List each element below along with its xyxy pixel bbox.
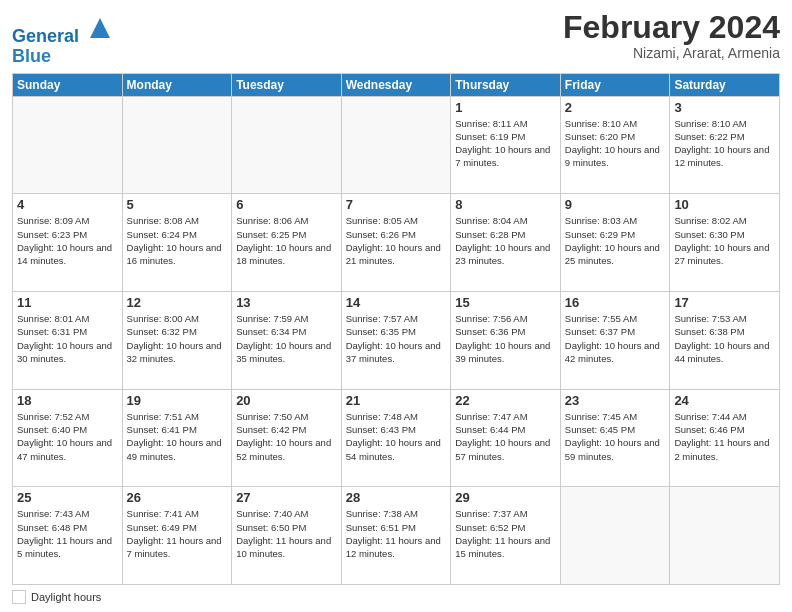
calendar-day: 14Sunrise: 7:57 AM Sunset: 6:35 PM Dayli…: [341, 291, 451, 389]
day-number: 24: [674, 393, 775, 408]
day-number: 17: [674, 295, 775, 310]
calendar-day: [232, 96, 342, 194]
calendar-header-tuesday: Tuesday: [232, 73, 342, 96]
day-number: 6: [236, 197, 337, 212]
calendar-day: 23Sunrise: 7:45 AM Sunset: 6:45 PM Dayli…: [560, 389, 670, 487]
calendar-week-3: 18Sunrise: 7:52 AM Sunset: 6:40 PM Dayli…: [13, 389, 780, 487]
day-info: Sunrise: 7:51 AM Sunset: 6:41 PM Dayligh…: [127, 410, 228, 463]
day-info: Sunrise: 8:05 AM Sunset: 6:26 PM Dayligh…: [346, 214, 447, 267]
logo-text: General: [12, 14, 114, 47]
day-number: 8: [455, 197, 556, 212]
day-info: Sunrise: 7:53 AM Sunset: 6:38 PM Dayligh…: [674, 312, 775, 365]
calendar-day: 5Sunrise: 8:08 AM Sunset: 6:24 PM Daylig…: [122, 194, 232, 292]
day-number: 13: [236, 295, 337, 310]
calendar-day: 8Sunrise: 8:04 AM Sunset: 6:28 PM Daylig…: [451, 194, 561, 292]
day-number: 2: [565, 100, 666, 115]
calendar-day: 20Sunrise: 7:50 AM Sunset: 6:42 PM Dayli…: [232, 389, 342, 487]
calendar-day: 27Sunrise: 7:40 AM Sunset: 6:50 PM Dayli…: [232, 487, 342, 585]
day-number: 22: [455, 393, 556, 408]
day-info: Sunrise: 7:59 AM Sunset: 6:34 PM Dayligh…: [236, 312, 337, 365]
calendar-day: 28Sunrise: 7:38 AM Sunset: 6:51 PM Dayli…: [341, 487, 451, 585]
day-number: 4: [17, 197, 118, 212]
day-info: Sunrise: 7:38 AM Sunset: 6:51 PM Dayligh…: [346, 507, 447, 560]
calendar-day: [122, 96, 232, 194]
day-info: Sunrise: 7:44 AM Sunset: 6:46 PM Dayligh…: [674, 410, 775, 463]
day-info: Sunrise: 8:11 AM Sunset: 6:19 PM Dayligh…: [455, 117, 556, 170]
day-number: 5: [127, 197, 228, 212]
day-info: Sunrise: 7:45 AM Sunset: 6:45 PM Dayligh…: [565, 410, 666, 463]
calendar-header-thursday: Thursday: [451, 73, 561, 96]
day-number: 20: [236, 393, 337, 408]
day-info: Sunrise: 7:50 AM Sunset: 6:42 PM Dayligh…: [236, 410, 337, 463]
calendar-week-4: 25Sunrise: 7:43 AM Sunset: 6:48 PM Dayli…: [13, 487, 780, 585]
day-number: 15: [455, 295, 556, 310]
calendar-day: 17Sunrise: 7:53 AM Sunset: 6:38 PM Dayli…: [670, 291, 780, 389]
day-info: Sunrise: 7:55 AM Sunset: 6:37 PM Dayligh…: [565, 312, 666, 365]
calendar-header-sunday: Sunday: [13, 73, 123, 96]
day-info: Sunrise: 8:00 AM Sunset: 6:32 PM Dayligh…: [127, 312, 228, 365]
day-number: 10: [674, 197, 775, 212]
calendar-header-friday: Friday: [560, 73, 670, 96]
calendar-day: 16Sunrise: 7:55 AM Sunset: 6:37 PM Dayli…: [560, 291, 670, 389]
calendar-week-1: 4Sunrise: 8:09 AM Sunset: 6:23 PM Daylig…: [13, 194, 780, 292]
calendar-day: 7Sunrise: 8:05 AM Sunset: 6:26 PM Daylig…: [341, 194, 451, 292]
calendar-day: 6Sunrise: 8:06 AM Sunset: 6:25 PM Daylig…: [232, 194, 342, 292]
calendar-header-monday: Monday: [122, 73, 232, 96]
day-info: Sunrise: 8:04 AM Sunset: 6:28 PM Dayligh…: [455, 214, 556, 267]
footer: Daylight hours: [12, 590, 780, 604]
day-number: 21: [346, 393, 447, 408]
day-info: Sunrise: 8:10 AM Sunset: 6:22 PM Dayligh…: [674, 117, 775, 170]
main-container: General Blue February 2024 Nizami, Arara…: [0, 0, 792, 612]
day-number: 12: [127, 295, 228, 310]
calendar-day: 25Sunrise: 7:43 AM Sunset: 6:48 PM Dayli…: [13, 487, 123, 585]
day-number: 9: [565, 197, 666, 212]
day-info: Sunrise: 7:47 AM Sunset: 6:44 PM Dayligh…: [455, 410, 556, 463]
logo-blue: Blue: [12, 47, 114, 67]
calendar-day: 13Sunrise: 7:59 AM Sunset: 6:34 PM Dayli…: [232, 291, 342, 389]
day-info: Sunrise: 8:09 AM Sunset: 6:23 PM Dayligh…: [17, 214, 118, 267]
logo-icon: [86, 14, 114, 42]
day-info: Sunrise: 7:48 AM Sunset: 6:43 PM Dayligh…: [346, 410, 447, 463]
calendar-day: [560, 487, 670, 585]
svg-marker-0: [90, 18, 110, 38]
calendar-day: 21Sunrise: 7:48 AM Sunset: 6:43 PM Dayli…: [341, 389, 451, 487]
calendar-day: 9Sunrise: 8:03 AM Sunset: 6:29 PM Daylig…: [560, 194, 670, 292]
day-number: 28: [346, 490, 447, 505]
month-title: February 2024: [563, 10, 780, 45]
day-info: Sunrise: 8:01 AM Sunset: 6:31 PM Dayligh…: [17, 312, 118, 365]
calendar-day: 29Sunrise: 7:37 AM Sunset: 6:52 PM Dayli…: [451, 487, 561, 585]
day-number: 29: [455, 490, 556, 505]
day-info: Sunrise: 8:06 AM Sunset: 6:25 PM Dayligh…: [236, 214, 337, 267]
calendar-day: 15Sunrise: 7:56 AM Sunset: 6:36 PM Dayli…: [451, 291, 561, 389]
calendar-day: [13, 96, 123, 194]
calendar-header-saturday: Saturday: [670, 73, 780, 96]
day-info: Sunrise: 8:02 AM Sunset: 6:30 PM Dayligh…: [674, 214, 775, 267]
day-info: Sunrise: 7:57 AM Sunset: 6:35 PM Dayligh…: [346, 312, 447, 365]
calendar-header-row: SundayMondayTuesdayWednesdayThursdayFrid…: [13, 73, 780, 96]
calendar-day: [670, 487, 780, 585]
calendar-day: 12Sunrise: 8:00 AM Sunset: 6:32 PM Dayli…: [122, 291, 232, 389]
calendar-day: [341, 96, 451, 194]
day-info: Sunrise: 7:56 AM Sunset: 6:36 PM Dayligh…: [455, 312, 556, 365]
calendar-day: 4Sunrise: 8:09 AM Sunset: 6:23 PM Daylig…: [13, 194, 123, 292]
day-number: 1: [455, 100, 556, 115]
location: Nizami, Ararat, Armenia: [563, 45, 780, 61]
calendar-day: 24Sunrise: 7:44 AM Sunset: 6:46 PM Dayli…: [670, 389, 780, 487]
day-number: 19: [127, 393, 228, 408]
day-number: 11: [17, 295, 118, 310]
day-info: Sunrise: 7:52 AM Sunset: 6:40 PM Dayligh…: [17, 410, 118, 463]
calendar-table: SundayMondayTuesdayWednesdayThursdayFrid…: [12, 73, 780, 585]
day-info: Sunrise: 7:40 AM Sunset: 6:50 PM Dayligh…: [236, 507, 337, 560]
day-number: 18: [17, 393, 118, 408]
logo: General Blue: [12, 14, 114, 67]
day-info: Sunrise: 7:43 AM Sunset: 6:48 PM Dayligh…: [17, 507, 118, 560]
day-info: Sunrise: 8:03 AM Sunset: 6:29 PM Dayligh…: [565, 214, 666, 267]
day-number: 3: [674, 100, 775, 115]
calendar-week-0: 1Sunrise: 8:11 AM Sunset: 6:19 PM Daylig…: [13, 96, 780, 194]
day-number: 7: [346, 197, 447, 212]
calendar-day: 11Sunrise: 8:01 AM Sunset: 6:31 PM Dayli…: [13, 291, 123, 389]
calendar-day: 22Sunrise: 7:47 AM Sunset: 6:44 PM Dayli…: [451, 389, 561, 487]
day-number: 14: [346, 295, 447, 310]
calendar-day: 19Sunrise: 7:51 AM Sunset: 6:41 PM Dayli…: [122, 389, 232, 487]
logo-general: General: [12, 26, 79, 46]
